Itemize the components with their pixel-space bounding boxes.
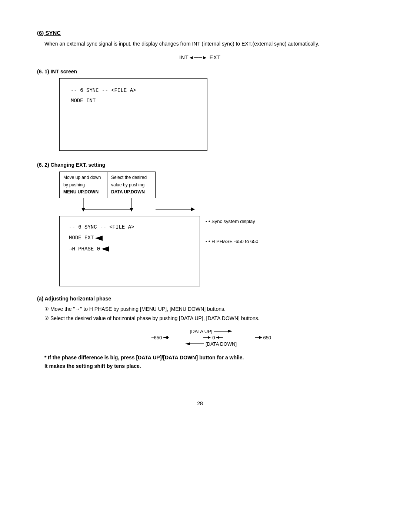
data-updown-diagram: [DATA UP] −650 —————— 0 —————— 650 [59,329,363,347]
step2-item: ② Select the desired value of horizontal… [44,314,363,323]
bold-note: * If the phase difference is big, press … [44,353,363,371]
arrow-connectors [59,198,200,216]
callout-left-bold: MENU UP,DOWN [63,189,103,196]
section-a-title: (a) Adjusting horizontal phase [37,296,363,302]
side-notes-container: • • Sync system display • • H PHASE -650… [206,218,258,258]
screen-box-int: -- 6 SYNC -- <FILE A> MODE INT [59,78,207,151]
bullet-hphase: • [206,239,207,245]
callout-left-box: Move up and down by pushing MENU UP,DOWN [59,172,107,198]
screen-ext-line1: -- 6 SYNC -- <FILE A> [69,222,190,233]
section-title: (6) SYNC [37,30,363,36]
svg-marker-7 [95,236,103,241]
data-down-row: [DATA DOWN] [59,341,363,347]
svg-marker-14 [208,336,211,339]
subsection-6-1-title: (6. 1) INT screen [37,69,363,74]
svg-marker-3 [81,208,85,212]
svg-marker-10 [228,330,232,333]
svg-marker-4 [130,208,133,212]
callout-left-line2: by pushing [63,182,103,189]
bullet-sync: • [206,218,207,225]
callout-right-box: Select the desired value by pushing DATA… [107,172,156,198]
callout-right-line2: value by pushing [111,182,151,189]
callouts-row: Move up and down by pushing MENU UP,DOWN… [59,172,363,198]
screen-ext-line3: →H PHASE 0 [69,244,190,255]
svg-marker-6 [191,207,195,211]
side-note-sync: • • Sync system display [206,218,258,225]
int-ext-diagram: INT◄──► EXT [37,54,363,60]
step1-item: ① Move the "→" to H PHASE by pushing [ME… [44,305,363,314]
svg-marker-8 [101,246,109,252]
range-row: −650 —————— 0 —————— 650 [59,335,363,340]
data-up-row: [DATA UP] [59,329,363,334]
subsection-6-2-title: (6. 2) Changing EXT. setting [37,162,363,168]
callout-left-line1: Move up and down [63,174,103,181]
side-note-hphase: • • H PHASE -650 to 650 [206,238,258,245]
page-number: – 28 – [37,400,363,406]
section-a-list: ① Move the "→" to H PHASE by pushing [ME… [44,305,363,323]
screen-box-ext: -- 6 SYNC -- <FILE A> MODE EXT →H PHASE … [59,216,200,286]
screen-line1-int: -- 6 SYNC -- <FILE A> [71,85,196,96]
section-body-text: When an external sync signal is input, t… [44,40,363,48]
callout-right-line1: Select the desired [111,174,151,181]
screen-ext-line2: MODE EXT [69,233,190,243]
svg-marker-18 [259,336,262,339]
screen-and-side-notes: -- 6 SYNC -- <FILE A> MODE EXT →H PHASE … [52,216,363,286]
diagram-62-container: Move up and down by pushing MENU UP,DOWN… [52,172,363,286]
callout-right-bold: DATA UP,DOWN [111,189,151,196]
screen-line2-int: MODE INT [71,96,196,106]
